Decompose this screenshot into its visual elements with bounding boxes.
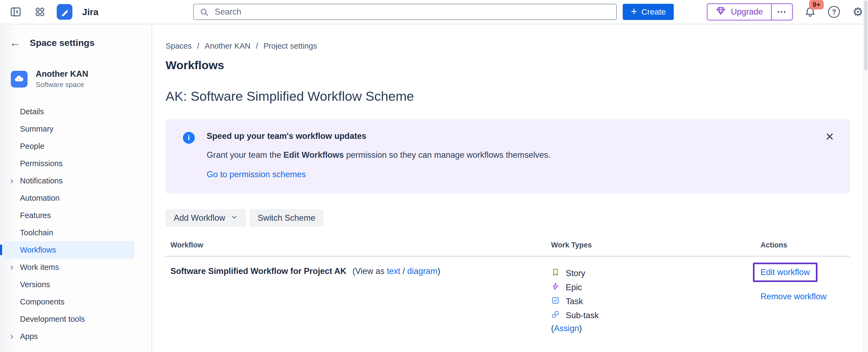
breadcrumb: Spaces / Another KAN / Project settings [165,42,850,51]
work-types-cell: Story Epic Task [551,266,761,333]
create-button-label: Create [641,7,665,17]
info-icon: i [183,132,195,144]
column-header-actions: Actions [761,241,850,249]
banner-title: Speed up your team's workflow updates [207,131,551,141]
sidebar-item-label: Features [20,211,51,220]
page-title: Workflows [165,59,850,72]
sidebar-item-development-tools[interactable]: Development tools [3,310,134,328]
assign-line: (Assign) [551,324,761,333]
switch-scheme-button[interactable]: Switch Scheme [250,209,323,227]
upgrade-button[interactable]: Upgrade [708,4,771,20]
column-header-work-types: Work Types [551,241,761,249]
sidebar-item-components[interactable]: Components [3,293,134,310]
notifications-count-badge: 9+ [809,0,824,9]
gem-icon [716,6,726,18]
main-content: Spaces / Another KAN / Project settings … [152,25,863,352]
banner-body-bold: Edit Workflows [283,150,344,160]
help-button[interactable]: ? [827,4,841,20]
table-header-row: Workflow Work Types Actions [165,241,850,257]
breadcrumb-spaces[interactable]: Spaces [165,42,192,51]
breadcrumb-project-settings[interactable]: Project settings [264,42,317,51]
app-switcher-icon[interactable] [32,4,48,20]
scrollbar-track[interactable] [863,0,868,352]
sidebar-item-label: Development tools [20,315,85,324]
banner-content: Speed up your team's workflow updates Gr… [207,131,551,180]
app-name: Jira [82,7,99,17]
page-shell: ← Space settings Another KAN Software sp… [0,25,863,352]
sidebar-item-details[interactable]: Details [3,103,134,120]
subtask-icon [551,310,560,321]
sidebar-item-label: Automation [20,194,60,202]
banner-close-button[interactable]: ✕ [824,130,836,144]
help-icon: ? [828,6,840,18]
view-as: (View as text / diagram) [352,266,440,276]
space-type: Software space [36,81,88,89]
upgrade-button-label: Upgrade [731,7,763,17]
sidebar-item-summary[interactable]: Summary [3,120,134,137]
breadcrumb-separator: / [197,42,199,51]
sidebar-item-label: Workflows [20,246,56,254]
sidebar-item-permissions[interactable]: Permissions [3,155,134,172]
story-icon [551,268,560,279]
sidebar-item-label: Summary [20,125,54,133]
scrollbar-thumb[interactable] [864,1,867,71]
chevron-down-icon [231,213,238,223]
work-type-subtask: Sub-task [551,309,761,323]
banner-body-suffix: permission so they can manage workflows … [344,150,551,160]
space-name: Another KAN [36,69,88,79]
back-arrow-icon[interactable]: ← [10,37,21,48]
create-button[interactable]: + Create [623,4,674,20]
sidebar-item-apps[interactable]: Apps [3,328,134,345]
sidebar-item-toolchain[interactable]: Toolchain [3,224,134,241]
sidebar-header: ← Space settings [0,37,152,48]
sidebar-item-automation[interactable]: Automation [3,189,134,207]
search-input[interactable] [193,4,617,20]
chevron-right-icon [9,333,15,342]
sidebar-item-label: Apps [20,332,38,341]
space-settings-sidebar: ← Space settings Another KAN Software sp… [0,25,152,352]
gear-icon: ⚙ [852,6,863,18]
sidebar-item-versions[interactable]: Versions [3,276,134,293]
edit-workflow-link[interactable]: Edit workflow [761,267,810,277]
work-type-label: Task [566,297,583,306]
breadcrumb-project[interactable]: Another KAN [205,42,250,51]
highlight-box: Edit workflow [753,263,817,282]
topbar-right: + Create Upgrade ••• 9+ [623,3,868,21]
actions-cell: Edit workflow Remove workflow [761,266,850,333]
column-header-workflow: Workflow [170,241,551,249]
workflow-cell: Software Simplified Workflow for Project… [170,266,551,333]
sidebar-item-features[interactable]: Features [3,207,134,224]
work-type-task: Task [551,294,761,309]
sidebar-item-work-items[interactable]: Work items [3,259,134,276]
space-identity: Another KAN Software space [0,69,152,89]
sidebar-item-label: Permissions [20,159,63,168]
permission-schemes-link[interactable]: Go to permission schemes [207,170,306,180]
work-type-epic: Epic [551,280,761,294]
banner-body: Grant your team the Edit Workflows permi… [207,150,551,160]
view-as-text-link[interactable]: text [387,266,400,276]
epic-icon [551,282,560,293]
workflow-name: Software Simplified Workflow for Project… [170,266,346,276]
notifications-button[interactable]: 9+ [803,4,818,20]
remove-workflow-link[interactable]: Remove workflow [761,292,850,301]
jira-logo-icon[interactable] [57,4,72,20]
info-banner: i Speed up your team's workflow updates … [165,119,850,193]
upgrade-more-button[interactable]: ••• [771,4,792,20]
banner-body-prefix: Grant your team the [207,150,283,160]
assign-link[interactable]: Assign [554,324,579,333]
sidebar-item-notifications[interactable]: Notifications [3,172,134,189]
sidebar-item-workflows[interactable]: Workflows [3,241,134,259]
sidebar-item-people[interactable]: People [3,137,134,155]
sidebar-item-label: Toolchain [20,228,53,237]
view-as-diagram-link[interactable]: diagram [407,266,437,276]
assign-close: ) [579,324,582,333]
switch-scheme-label: Switch Scheme [258,213,315,223]
sidebar-item-label: Notifications [20,177,63,185]
view-as-close: ) [437,266,440,276]
collapse-sidebar-icon[interactable] [8,4,23,20]
sidebar-item-label: Versions [20,280,50,289]
scheme-title: AK: Software Simplified Workflow Scheme [165,89,850,104]
sidebar-item-label: People [20,142,44,151]
add-workflow-button[interactable]: Add Workflow [165,209,246,227]
search-icon [199,7,209,18]
